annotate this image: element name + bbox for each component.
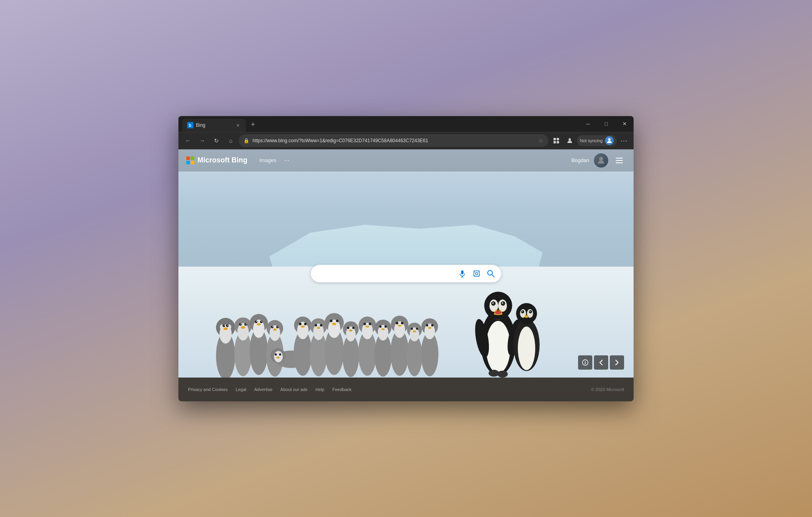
svg-rect-4 [553, 141, 556, 143]
home-button[interactable]: ⌂ [224, 134, 237, 147]
bing-header: Microsoft Bing Images ··· Bogdan [178, 149, 634, 172]
maximize-button[interactable]: □ [597, 116, 615, 132]
svg-point-94 [416, 328, 418, 330]
svg-point-7 [608, 138, 611, 141]
active-tab[interactable]: b Bing ✕ [182, 119, 246, 132]
sq-yellow [191, 161, 194, 164]
microphone-button[interactable] [457, 268, 468, 279]
svg-point-141 [585, 361, 586, 362]
svg-point-65 [332, 322, 336, 325]
nav-more-button[interactable]: ··· [284, 157, 289, 164]
svg-point-23 [244, 323, 247, 326]
image-nav-buttons [578, 355, 624, 370]
svg-point-40 [278, 326, 278, 327]
svg-point-15 [226, 324, 229, 327]
sq-red [186, 156, 190, 160]
svg-point-109 [492, 302, 494, 303]
refresh-button[interactable]: ↻ [210, 134, 223, 147]
svg-point-28 [253, 319, 264, 338]
svg-point-99 [426, 324, 428, 326]
footer-privacy[interactable]: Privacy and Cookies [188, 387, 228, 392]
bing-logo[interactable]: Microsoft Bing [186, 156, 247, 164]
svg-point-39 [276, 326, 279, 328]
svg-point-53 [301, 325, 305, 328]
search-submit-button[interactable] [485, 268, 496, 279]
svg-point-126 [530, 311, 530, 311]
image-info-button[interactable] [578, 355, 592, 370]
svg-rect-129 [461, 270, 463, 274]
footer-about-ads[interactable]: About our ads [280, 387, 308, 392]
svg-point-83 [381, 328, 385, 330]
svg-point-63 [330, 319, 333, 322]
svg-point-50 [297, 322, 308, 339]
svg-point-112 [495, 311, 502, 314]
svg-point-57 [315, 324, 317, 326]
footer-copyright: © 2020 Microsoft [591, 387, 624, 392]
bing-user-avatar[interactable] [594, 153, 608, 168]
svg-point-20 [237, 323, 249, 340]
svg-point-68 [346, 326, 356, 341]
tab-area: b Bing ✕ + [178, 116, 259, 132]
svg-point-22 [240, 323, 241, 324]
bing-menu-button[interactable] [613, 154, 626, 167]
minimize-button[interactable]: ─ [579, 116, 597, 132]
window-controls: ─ □ ✕ [579, 116, 634, 132]
new-tab-button[interactable]: + [247, 119, 259, 130]
footer-feedback[interactable]: Feedback [332, 387, 351, 392]
svg-point-133 [475, 272, 478, 275]
svg-point-24 [246, 323, 247, 324]
svg-rect-3 [557, 138, 559, 140]
sync-label: Not syncing [580, 138, 603, 143]
svg-point-6 [569, 138, 571, 141]
svg-point-75 [364, 322, 366, 325]
bing-header-right: Bogdan [571, 153, 626, 168]
close-button[interactable]: ✕ [615, 116, 634, 132]
svg-point-116 [497, 370, 508, 378]
title-bar: b Bing ✕ + ─ □ ✕ [178, 116, 634, 132]
tab-close-button[interactable]: ✕ [235, 122, 241, 128]
bing-username: Bogdan [571, 157, 589, 163]
svg-point-69 [347, 326, 349, 329]
svg-text:b: b [189, 123, 192, 128]
visual-search-button[interactable] [471, 268, 482, 279]
svg-point-103 [486, 321, 511, 373]
svg-point-58 [320, 324, 322, 326]
svg-point-30 [256, 321, 257, 322]
nav-images[interactable]: Images [259, 157, 276, 163]
back-button[interactable]: ← [182, 134, 194, 147]
svg-point-111 [502, 302, 503, 303]
svg-point-33 [257, 323, 261, 326]
svg-point-100 [431, 324, 433, 326]
svg-point-59 [317, 327, 320, 329]
footer-advertise[interactable]: Advertise [254, 387, 272, 392]
tab-favicon: b [187, 122, 193, 128]
svg-point-29 [255, 320, 258, 323]
webpage-content: Microsoft Bing Images ··· Bogdan [178, 149, 634, 401]
svg-point-13 [222, 324, 225, 327]
svg-point-45 [275, 353, 277, 355]
svg-point-56 [313, 323, 324, 340]
image-prev-button[interactable] [594, 355, 608, 370]
svg-point-74 [362, 322, 373, 339]
svg-point-37 [271, 326, 274, 328]
address-bar[interactable]: 🔒 https://www.bing.com/?toWww=1&redig=C0… [239, 134, 548, 147]
svg-point-44 [274, 351, 283, 362]
penguins-scene [198, 290, 602, 378]
image-next-button[interactable] [610, 355, 624, 370]
svg-point-64 [336, 319, 339, 322]
svg-point-32 [261, 321, 262, 322]
footer-legal[interactable]: Legal [236, 387, 246, 392]
footer-help[interactable]: Help [316, 387, 325, 392]
sync-status-button[interactable]: Not syncing [577, 135, 617, 146]
svg-point-51 [299, 322, 302, 325]
svg-point-87 [396, 322, 398, 324]
search-input[interactable] [316, 270, 457, 277]
more-button[interactable]: ··· [618, 134, 630, 147]
forward-button[interactable]: → [196, 134, 209, 147]
profile-button[interactable] [563, 134, 576, 147]
svg-point-46 [279, 353, 282, 355]
svg-rect-2 [553, 138, 556, 140]
collections-button[interactable] [550, 134, 563, 147]
favorite-icon[interactable]: ☆ [538, 137, 544, 144]
browser-window: b Bing ✕ + ─ □ ✕ ← → ↻ ⌂ 🔒 https://www.b… [178, 116, 634, 401]
